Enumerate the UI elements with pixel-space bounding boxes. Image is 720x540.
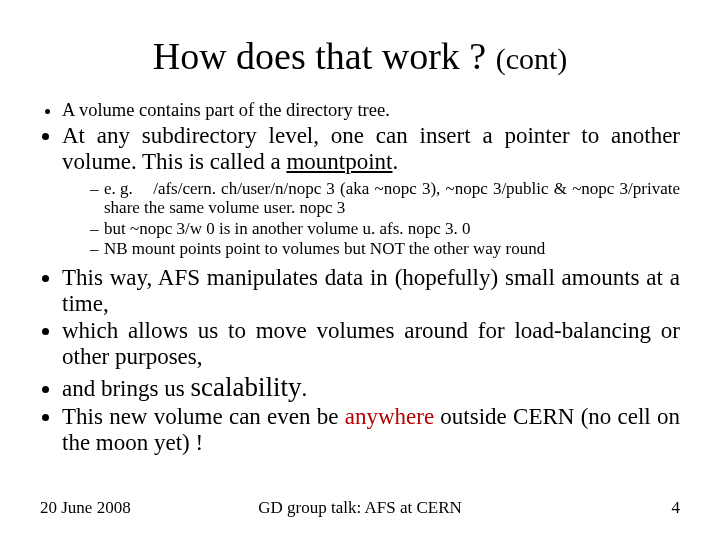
bullet-list: A volume contains part of the directory … <box>40 100 680 456</box>
bullet-6: This new volume can even be anywhere out… <box>62 404 680 456</box>
bullet-6-text-a: This new volume can even be <box>62 404 345 429</box>
bullet-1: A volume contains part of the directory … <box>62 100 680 121</box>
bullet-4: which allows us to move volumes around f… <box>62 318 680 370</box>
sub-1-label: e. g. <box>104 179 148 199</box>
slide: How does that work ? (cont) A volume con… <box>0 0 720 540</box>
sub-bullet-2: but ~nopc 3/w 0 is in another volume u. … <box>90 219 680 239</box>
bullet-5-text-b: . <box>301 376 307 401</box>
slide-title: How does that work ? (cont) <box>40 34 680 78</box>
bullet-3: This way, AFS manipulates data in (hopef… <box>62 265 680 317</box>
anywhere-term: anywhere <box>345 404 434 429</box>
sub-bullet-1: e. g. /afs/cern. ch/user/n/nopc 3 (aka ~… <box>90 179 680 218</box>
title-cont: (cont) <box>496 42 568 75</box>
sub-1-body: /afs/cern. ch/user/n/nopc 3 (aka ~nopc 3… <box>104 179 680 218</box>
scalability-term: scalability <box>190 372 301 402</box>
bullet-2: At any subdirectory level, one can inser… <box>62 123 680 259</box>
title-main: How does that work ? <box>153 35 496 77</box>
sub-bullet-list: e. g. /afs/cern. ch/user/n/nopc 3 (aka ~… <box>62 179 680 259</box>
bullet-2-text-b: . <box>392 149 398 174</box>
footer: 20 June 2008 GD group talk: AFS at CERN … <box>40 498 680 518</box>
bullet-5: and brings us scalability. <box>62 372 680 402</box>
footer-center: GD group talk: AFS at CERN <box>40 498 680 518</box>
bullet-5-text-a: and brings us <box>62 376 190 401</box>
mountpoint-term: mountpoint <box>286 149 392 174</box>
sub-bullet-3: NB mount points point to volumes but NOT… <box>90 239 680 259</box>
